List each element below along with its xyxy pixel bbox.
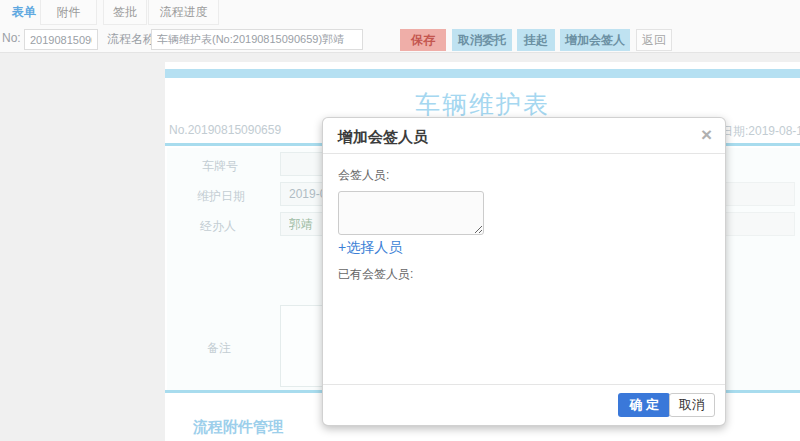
tab-bar: 表单 附件 签批 流程进度 bbox=[0, 0, 800, 26]
add-countersign-modal: 增加会签人员 × 会签人员: +选择人员 已有会签人员: 确 定 取消 bbox=[322, 117, 726, 426]
process-name-input[interactable] bbox=[151, 29, 363, 50]
process-no-input[interactable] bbox=[24, 29, 98, 50]
tab-form[interactable]: 表单 bbox=[4, 0, 44, 25]
modal-title: 增加会签人员 bbox=[338, 128, 428, 145]
cancel-delegate-button[interactable]: 取消委托 bbox=[452, 29, 512, 51]
countersign-personnel-label: 会签人员: bbox=[338, 167, 710, 184]
tab-sign-approval[interactable]: 签批 bbox=[103, 0, 147, 25]
attachments-section-title: 流程附件管理 bbox=[193, 418, 283, 437]
back-button[interactable]: 返回 bbox=[636, 29, 672, 51]
select-personnel-link[interactable]: +选择人员 bbox=[338, 239, 402, 257]
modal-footer: 确 定 取消 bbox=[323, 384, 725, 425]
handler-label: 经办人 bbox=[200, 218, 236, 235]
tab-process-progress[interactable]: 流程进度 bbox=[148, 0, 219, 25]
save-button[interactable]: 保存 bbox=[400, 29, 446, 51]
existing-countersign-label: 已有会签人员: bbox=[338, 266, 710, 283]
confirm-button[interactable]: 确 定 bbox=[618, 393, 670, 417]
top-toolbar: 表单 附件 签批 流程进度 No: 流程名称: 保存 取消委托 挂起 增加会签人… bbox=[0, 0, 800, 53]
countersign-personnel-textarea[interactable] bbox=[338, 191, 484, 235]
suspend-button[interactable]: 挂起 bbox=[517, 29, 555, 51]
add-countersign-button[interactable]: 增加会签人 bbox=[560, 29, 630, 51]
maintenance-date-label: 维护日期 bbox=[197, 188, 245, 205]
accent-bar bbox=[165, 69, 800, 78]
plate-number-label: 车牌号 bbox=[202, 158, 238, 175]
tab-attachments[interactable]: 附件 bbox=[40, 0, 97, 25]
modal-body: 会签人员: +选择人员 已有会签人员: bbox=[323, 154, 725, 296]
modal-header: 增加会签人员 × bbox=[323, 118, 725, 154]
form-no-text: No.20190815090659 bbox=[169, 123, 281, 137]
process-toolbar: No: 流程名称: 保存 取消委托 挂起 增加会签人 返回 bbox=[0, 27, 800, 53]
form-date-text: 日期:2019-08-15 bbox=[721, 123, 800, 140]
cancel-button[interactable]: 取消 bbox=[669, 393, 715, 417]
no-label: No: bbox=[2, 31, 21, 45]
close-icon[interactable]: × bbox=[701, 125, 712, 145]
remarks-label: 备注 bbox=[207, 340, 231, 357]
